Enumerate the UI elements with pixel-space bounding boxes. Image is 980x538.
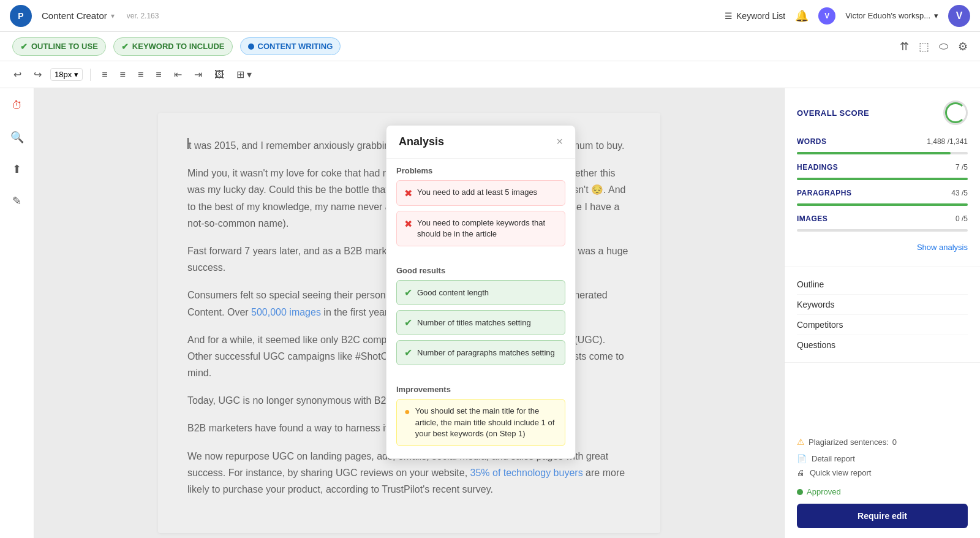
approved-row: Approved [797,487,968,496]
metric-row-paragraphs: PARAGRAPHS 43 /5 [797,189,968,197]
app-title-area[interactable]: Content Creator ▾ [42,10,115,21]
require-edit-button[interactable]: Require edit [797,504,968,528]
good-text-3: Number of paragraphs matches setting [417,348,555,357]
metric-bar-fill-paragraphs [797,203,968,206]
detail-report-link[interactable]: 📄 Detail report [797,454,968,463]
report-icon-1: 📄 [797,454,807,463]
metric-bar-words [797,152,968,154]
improvements-label: Improvements [396,385,565,394]
metric-bar-paragraphs [797,203,968,206]
metric-value-images: 0 /5 [956,214,968,223]
tab-outline[interactable]: ✔ OUTLINE TO USE [12,37,106,56]
plagiarized-count: 0 [892,438,897,447]
keyword-list-button[interactable]: ☰ Keyword List [725,11,785,21]
sidebar-export-icon[interactable]: ⬆ [7,159,27,179]
tabs-right-icons: ⇈ ⬚ ⬭ ⚙ [900,40,968,53]
problem-icon-2: ✖ [404,218,412,230]
metric-label-paragraphs: PARAGRAPHS [797,189,851,197]
show-analysis-button[interactable]: Show analysis [797,240,968,254]
sidebar-history-icon[interactable]: ⏱ [7,96,27,115]
warn-icon: ⚠ [797,437,805,447]
app-title-text: Content Creator [42,10,107,21]
image-button[interactable]: 🖼 [211,67,228,83]
align-left-button[interactable]: ≡ [98,67,111,83]
font-size-chevron: ▾ [74,70,78,79]
good-item-2: ✔ Number of titles matches setting [396,310,565,335]
list-icon: ☰ [725,11,733,21]
notification-bell-icon[interactable]: 🔔 [795,9,809,23]
problem-item-1: ✖ You need to add at least 5 images [396,180,565,206]
editor-toolbar: ↩ ↪ 18px ▾ ≡ ≡ ≡ ≡ ⇤ ⇥ 🖼 ⊞ ▾ [0,61,980,88]
nav-link-questions[interactable]: Questions [797,335,968,355]
overall-score-label: OVERALL SCORE [797,108,869,118]
metric-bar-images [797,229,968,232]
nav-link-outline[interactable]: Outline [797,275,968,295]
app-version: ver. 2.163 [127,12,159,20]
nav-link-competitors[interactable]: Competitors [797,315,968,335]
metric-label-words: WORDS [797,137,827,146]
tabs-bar: ✔ OUTLINE TO USE ✔ KEYWORD TO INCLUDE CO… [0,32,980,61]
indent-increase-button[interactable]: ⇥ [190,66,206,83]
nav-link-keywords[interactable]: Keywords [797,295,968,315]
metric-row-words: WORDS 1,488 /1,341 [797,137,968,146]
metric-value-headings: 7 /5 [956,163,968,172]
good-results-section: Good results ✔ Good content length ✔ Num… [386,259,575,377]
metric-value-words: 1,488 /1,341 [927,137,968,146]
align-right-button[interactable]: ≡ [134,67,147,83]
keyword-list-label: Keyword List [736,11,785,21]
app-logo[interactable]: P [10,5,32,27]
font-size-selector[interactable]: 18px ▾ [50,68,83,81]
toggle-icon[interactable]: ⬭ [939,40,948,53]
redo-button[interactable]: ↪ [30,66,45,83]
font-size-value: 18px [55,70,72,79]
document-icon[interactable]: ⬚ [919,40,929,53]
indent-decrease-button[interactable]: ⇤ [170,66,186,83]
link-images[interactable]: 500,000 images [251,307,321,317]
good-icon-2: ✔ [404,317,412,328]
workspace-chevron: ▾ [934,11,938,20]
tab-keyword[interactable]: ✔ KEYWORD TO INCLUDE [113,37,233,56]
metric-row-headings: HEADINGS 7 /5 [797,163,968,172]
table-button[interactable]: ⊞ ▾ [233,66,255,83]
nav-right-area: ☰ Keyword List 🔔 V Victor Eduoh's worksp… [725,5,970,27]
sidebar-search-icon[interactable]: 🔍 [7,127,27,147]
good-icon-1: ✔ [404,287,412,298]
score-circle [943,100,968,125]
tab-outline-label: OUTLINE TO USE [31,42,98,51]
overall-score-row: OVERALL SCORE [797,100,968,125]
quick-view-report-link[interactable]: 🖨 Quick view report [797,468,968,477]
right-panel-top: OVERALL SCORE WORDS 1,488 /1,341 HEADING… [785,88,980,267]
align-center-button[interactable]: ≡ [116,67,129,83]
analysis-header: Analysis × [386,126,575,159]
editor-area[interactable]: t was 2015, and I remember anxiously gra… [34,88,784,538]
settings-icon[interactable]: ⚙ [958,40,968,53]
analysis-title: Analysis [399,135,444,148]
cursor [187,138,189,149]
sidebar-edit-icon[interactable]: ✎ [7,191,27,211]
analysis-close-button[interactable]: × [556,135,563,148]
good-results-label: Good results [396,266,565,275]
app-title-chevron: ▾ [111,12,115,20]
share-icon[interactable]: ⇈ [900,40,909,53]
left-sidebar: ⏱ 🔍 ⬆ ✎ [0,88,34,538]
good-item-1: ✔ Good content length [396,280,565,305]
approved-label: Approved [807,487,841,496]
plagiarized-row: ⚠ Plagiarized sentences: 0 [797,437,968,447]
metric-label-headings: HEADINGS [797,163,838,172]
improvement-item-1: ● You should set the main title for the … [396,399,565,446]
undo-button[interactable]: ↩ [10,66,25,83]
improvement-text-1: You should set the main title for the ar… [415,406,557,439]
align-justify-button[interactable]: ≡ [152,67,165,83]
detail-report-label: Detail report [812,454,855,463]
tab-check-icon-2: ✔ [121,42,129,51]
metric-row-images: IMAGES 0 /5 [797,214,968,223]
user-avatar[interactable]: V [948,5,970,27]
tab-check-icon: ✔ [20,42,28,51]
link-tech-buyers[interactable]: 35% of technology buyers [470,468,583,478]
workspace-button[interactable]: Victor Eduoh's worksp... ▾ [845,11,938,20]
good-text-2: Number of titles matches setting [417,318,531,327]
problem-icon-1: ✖ [404,188,412,199]
improvement-icon-1: ● [404,406,410,417]
tab-writing[interactable]: CONTENT WRITING [240,37,341,55]
problems-section: Problems ✖ You need to add at least 5 im… [386,159,575,259]
